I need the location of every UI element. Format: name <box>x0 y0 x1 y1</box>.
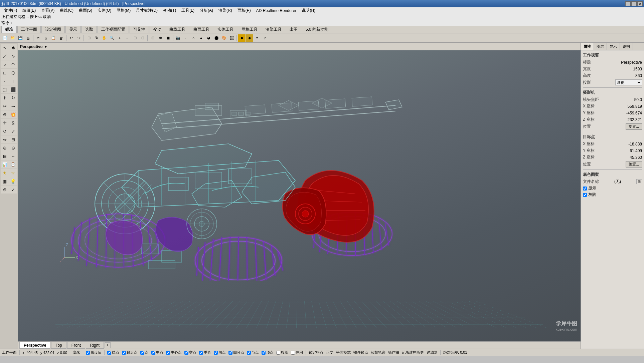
left-tool-yellow3[interactable]: ★ <box>1 169 9 177</box>
left-tool-select2[interactable]: ✱ <box>9 44 17 52</box>
viewport-tab-right[interactable]: Right <box>86 342 104 349</box>
status-check-tangent[interactable] <box>214 351 218 355</box>
toolbar-tab-viewconfig[interactable]: 工作视面配置 <box>98 26 129 33</box>
menu-surface[interactable]: 曲面(S) <box>76 7 95 14</box>
tool-point[interactable]: · <box>182 34 189 42</box>
tool-pan[interactable]: ✋ <box>101 34 108 42</box>
toolbar-tab-setview[interactable]: 设定视图 <box>41 26 65 33</box>
left-tool-move[interactable]: ✛ <box>1 119 9 127</box>
menu-view[interactable]: 查看(V) <box>38 7 57 14</box>
left-tool-surface[interactable]: ⬚ <box>1 85 9 93</box>
rp-tab-notes[interactable]: 说明 <box>620 43 633 50</box>
left-tool-light[interactable]: 💡 <box>9 177 17 185</box>
status-osnap-label[interactable]: 物件锁点 <box>353 350 368 355</box>
menu-mesh[interactable]: 网格(M) <box>114 7 133 14</box>
status-check-endpoint[interactable] <box>107 351 111 355</box>
rp-btn-cam-pos[interactable]: 旋置... <box>626 123 642 130</box>
status-check-knot[interactable] <box>247 351 251 355</box>
left-tool-trim[interactable]: ✂ <box>1 102 9 110</box>
status-lockgrid-label[interactable]: 锁定格点 <box>309 350 323 355</box>
left-tool-circle[interactable]: ○ <box>1 60 9 68</box>
tool-grid[interactable]: ⊞ <box>149 34 156 42</box>
rp-filename-btn[interactable]: ⊞ <box>636 179 642 184</box>
toolbar-tab-surfacetools[interactable]: 曲面工具 <box>190 26 213 33</box>
left-tool-snap2[interactable]: ⊕ <box>1 186 9 194</box>
tool-cut[interactable]: ✂ <box>34 34 42 42</box>
rp-tab-display[interactable]: 显示 <box>607 43 620 50</box>
status-check-intersection[interactable] <box>184 351 188 355</box>
left-tool-rotate2[interactable]: ↺ <box>1 127 9 135</box>
rp-btn-tgt-pos[interactable]: 旋置... <box>626 161 642 167</box>
tool-new[interactable]: 📄 <box>1 34 9 42</box>
left-tool-explode[interactable]: 💥 <box>9 110 17 118</box>
menu-edit[interactable]: 编辑(E) <box>20 7 38 14</box>
left-tool-solid[interactable]: ⬛ <box>9 85 17 93</box>
command-input[interactable] <box>13 21 643 25</box>
left-tool-copy2[interactable]: ⎘ <box>9 119 17 127</box>
toolbar-tab-workplane[interactable]: 工作平面 <box>17 26 41 33</box>
left-tool-rect[interactable]: □ <box>1 69 9 77</box>
tool-rotate[interactable]: ↻ <box>93 34 100 42</box>
rp-select-projection[interactable]: 透视 平行 <box>615 79 642 85</box>
toolbar-tab-new50[interactable]: 5.0 的新功能 <box>302 26 332 33</box>
menu-render[interactable]: 渲染(R) <box>216 7 235 14</box>
left-tool-extrude[interactable]: ⇑ <box>1 94 9 102</box>
toolbar-tab-solidtools[interactable]: 实体工具 <box>214 26 237 33</box>
tool-sphere2[interactable]: ◕ <box>205 34 212 42</box>
status-check-quadrant[interactable] <box>228 351 232 355</box>
left-tool-select[interactable]: ↖ <box>1 44 9 52</box>
left-tool-boolean-union[interactable]: ⊕ <box>1 144 9 152</box>
left-tool-layer[interactable]: ▦ <box>1 177 9 185</box>
tool-undo[interactable]: ↩ <box>67 34 75 42</box>
left-tool-boolean-diff[interactable]: ⊖ <box>9 144 17 152</box>
tool-help[interactable]: ? <box>261 34 269 42</box>
tool-snap[interactable]: ⊕ <box>157 34 164 42</box>
rp-tab-properties[interactable]: 属性 <box>581 43 594 50</box>
tool-print[interactable]: 🖨 <box>24 34 32 42</box>
left-tool-scale[interactable]: ⤢ <box>9 127 17 135</box>
viewport-canvas[interactable]: Z X 学犀牛图 xuexiniu.com <box>18 50 581 341</box>
left-tool-point[interactable]: · <box>1 77 9 85</box>
tool-named-view[interactable]: 📷 <box>174 34 182 42</box>
status-planar-label[interactable]: 平面模式 <box>336 350 351 355</box>
tool-zoom-extent[interactable]: ⊡ <box>131 34 139 42</box>
left-tool-revolve[interactable]: ↻ <box>9 94 17 102</box>
menu-dimension[interactable]: 尺寸标注(D) <box>133 7 160 14</box>
left-tool-history[interactable]: ⌚ <box>9 160 17 168</box>
viewport-dropdown-icon[interactable]: ▼ <box>44 45 47 49</box>
viewport-tab-perspective[interactable]: Perspective <box>19 342 50 349</box>
status-gumball-label[interactable]: 操作轴 <box>388 350 399 355</box>
viewport-tab-top[interactable]: Top <box>51 342 66 349</box>
viewport-tab-add[interactable]: + <box>105 342 111 348</box>
left-tool-join[interactable]: ⊕ <box>1 110 9 118</box>
left-tool-polygon[interactable]: ⬡ <box>9 69 17 77</box>
tool-circle[interactable]: ○ <box>190 34 197 42</box>
status-check-midpoint[interactable] <box>151 351 155 355</box>
left-tool-check[interactable]: ✓ <box>9 186 17 194</box>
menu-file[interactable]: 文件(F) <box>1 7 20 14</box>
status-check-point[interactable] <box>140 351 144 355</box>
tool-save[interactable]: 💾 <box>17 34 24 42</box>
tool-command[interactable]: ≡ <box>254 34 261 42</box>
tool-open[interactable]: 📂 <box>9 34 16 42</box>
menu-transform[interactable]: 变动(T) <box>160 7 179 14</box>
tool-yellow1[interactable]: ◆ <box>238 34 246 42</box>
menu-curve[interactable]: 曲线(C) <box>57 7 76 14</box>
tool-select-all[interactable]: ⊞ <box>85 34 93 42</box>
left-tool-array[interactable]: ⊞ <box>9 135 17 143</box>
toolbar-tab-standard[interactable]: 标准 <box>1 26 17 33</box>
toolbar-tab-meshtools[interactable]: 网格工具 <box>238 26 261 33</box>
tool-yellow2[interactable]: ◆ <box>246 34 253 42</box>
tool-cylinder[interactable]: ⬤ <box>213 34 220 42</box>
left-tool-split[interactable]: ⊸ <box>9 102 17 110</box>
status-check-nearest[interactable] <box>122 351 126 355</box>
tool-delete[interactable]: 🗑 <box>57 34 65 42</box>
toolbar-tab-curvetools[interactable]: 曲线工具 <box>166 26 189 33</box>
left-tool-yellow4[interactable]: ☆ <box>9 169 17 177</box>
menu-analysis[interactable]: 分析(A) <box>197 7 216 14</box>
toolbar-tab-rendertools[interactable]: 渲染工具 <box>262 26 285 33</box>
viewport-tab-front[interactable]: Front <box>67 342 85 349</box>
restore-button[interactable]: □ <box>631 1 637 6</box>
rp-tab-layers[interactable]: 图层 <box>594 43 607 50</box>
status-check-vertex[interactable] <box>262 351 266 355</box>
